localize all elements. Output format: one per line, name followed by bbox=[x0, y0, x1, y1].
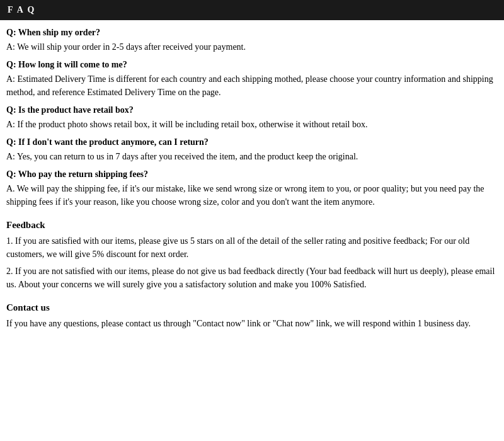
contact-title: Contact us bbox=[6, 302, 498, 313]
faq-item-2: Q: How long it will come to me? A: Estim… bbox=[6, 60, 498, 99]
faq-item-5: Q: Who pay the return shipping fees? A. … bbox=[6, 169, 498, 209]
feedback-item-2: 2. If you are not satisfied with our ite… bbox=[6, 265, 498, 291]
question-3: Q: Is the product have retail box? bbox=[6, 105, 498, 115]
faq-item-3: Q: Is the product have retail box? A: If… bbox=[6, 105, 498, 131]
answer-4: A: Yes, you can return to us in 7 days a… bbox=[6, 150, 498, 163]
question-4: Q: If I don't want the product anymore, … bbox=[6, 137, 498, 147]
contact-section: Contact us If you have any questions, pl… bbox=[6, 302, 498, 330]
answer-1: A: We will ship your order in 2-5 days a… bbox=[6, 40, 498, 54]
faq-section: Q: When ship my order? A: We will ship y… bbox=[6, 28, 498, 209]
feedback-item-1: 1. If you are satisfied with our items, … bbox=[6, 234, 498, 261]
answer-5: A. We will pay the shipping fee, if it's… bbox=[6, 182, 498, 209]
content-area: Q: When ship my order? A: We will ship y… bbox=[0, 28, 504, 336]
question-2: Q: How long it will come to me? bbox=[6, 60, 498, 70]
contact-text: If you have any questions, please contac… bbox=[6, 317, 498, 330]
faq-title: F A Q bbox=[8, 5, 36, 14]
feedback-section: Feedback 1. If you are satisfied with ou… bbox=[6, 220, 498, 291]
feedback-title: Feedback bbox=[6, 220, 498, 231]
answer-2: A: Estimated Delivery Time is different … bbox=[6, 72, 498, 99]
faq-item-4: Q: If I don't want the product anymore, … bbox=[6, 137, 498, 163]
faq-item-1: Q: When ship my order? A: We will ship y… bbox=[6, 28, 498, 54]
question-1: Q: When ship my order? bbox=[6, 28, 498, 38]
question-5: Q: Who pay the return shipping fees? bbox=[6, 169, 498, 180]
answer-3: A: If the product photo shows retail box… bbox=[6, 118, 498, 131]
faq-header: F A Q bbox=[0, 0, 504, 20]
